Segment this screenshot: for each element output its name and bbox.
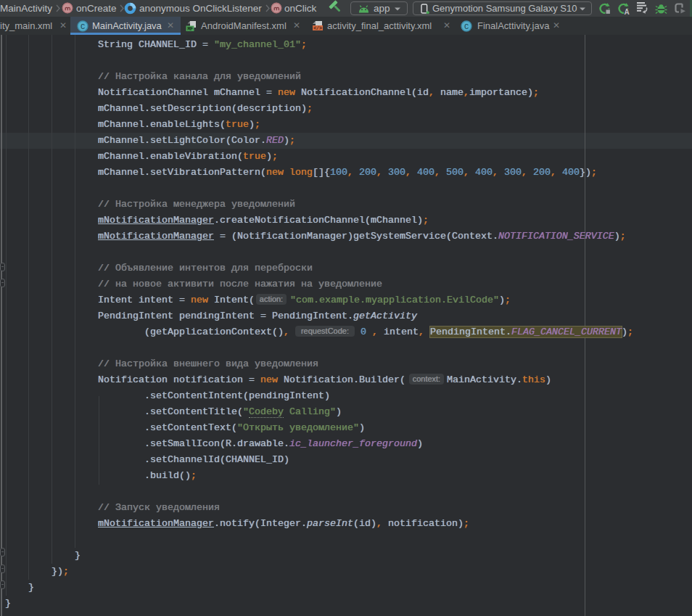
svg-text:C: C (81, 22, 85, 31)
svg-text:</>: </> (313, 26, 322, 31)
svg-text:C: C (464, 22, 469, 31)
svg-text:A: A (624, 8, 629, 15)
svg-text:MF: MF (187, 26, 193, 32)
